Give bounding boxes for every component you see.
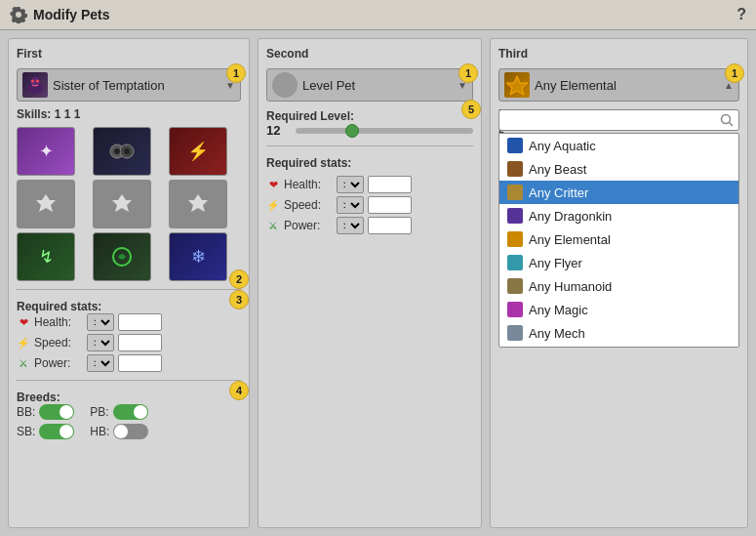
second-panel: Second Level Pet ▼ 1 Required Level: 12 … [258,38,482,528]
hb-breed: HB: [90,424,148,439]
svg-point-10 [722,115,731,124]
dropdown-item-elemental[interactable]: Any Elemental [499,227,738,251]
health-value[interactable] [118,313,162,331]
skill-4-icon [32,190,60,218]
title-bar-left: Modify Pets [10,6,110,23]
dropdown-item-dragonkin[interactable]: Any Dragonkin [499,204,738,227]
pb-breed: PB: [90,404,147,420]
search-box [498,109,739,131]
power-icon: ⚔ [17,356,30,370]
skill-slot-9[interactable]: ❄ [169,232,227,281]
dropdown-item-critter[interactable]: Any Critter [499,181,738,204]
second-pet-selector[interactable]: Level Pet ▼ 1 [266,68,473,102]
second-speed-comparator[interactable]: ><= [337,196,364,214]
skill-slot-8[interactable] [93,232,151,281]
svg-line-11 [730,123,734,127]
hb-toggle[interactable] [113,424,148,439]
second-pet-badge: 1 [458,63,478,83]
pb-label: PB: [90,405,108,419]
hb-label: HB: [90,425,109,438]
speed-label: Speed: [34,336,83,350]
skill-slot-3[interactable]: ⚡ [169,127,227,176]
second-speed-icon: ⚡ [266,198,280,212]
health-stat-row: ❤ Health: ><= [17,313,241,331]
gear-icon [10,6,27,23]
first-pet-selector[interactable]: Sister of Temptation ▼ 1 [17,68,241,102]
speed-comparator[interactable]: ><= [87,334,114,351]
skill-slot-5[interactable] [93,180,151,228]
skill-slot-4[interactable] [17,180,75,228]
second-speed-value[interactable] [368,196,412,214]
third-panel: Third Any Elemental ▲ 1 Re 5 Re [490,38,748,528]
second-power-value[interactable] [368,217,412,234]
dropdown-item-beast[interactable]: Any Beast [499,157,738,181]
beast-label: Any Beast [529,162,586,177]
pb-toggle[interactable] [113,404,148,420]
slider-row: 12 [266,123,473,138]
speed-value[interactable] [118,334,162,351]
svg-point-6 [114,148,120,154]
power-stat-row: ⚔ Power: ><= [17,354,241,372]
level-slider-track[interactable] [296,128,473,134]
second-health-comparator[interactable]: ><= [337,176,364,193]
bb-breed: BB: [17,404,74,420]
skill-5-icon [108,190,136,218]
skill-slot-1[interactable]: ✦ [17,127,75,176]
dropdown-item-aquatic[interactable]: Any Aquatic [499,134,738,157]
dropdown-item-flyer[interactable]: Any Flyer [499,251,738,274]
required-level-wrapper: Required Level: 12 5 [266,107,473,138]
third-panel-label: Third [498,47,739,61]
breeds-badge: 4 [229,381,249,400]
dropdown-item-magic[interactable]: Any Magic [499,298,738,321]
breeds-section: BB: PB: SB: HB: [17,404,241,439]
second-health-value[interactable] [368,176,412,193]
sb-breed: SB: [17,424,74,439]
skill-slot-6[interactable] [169,180,227,228]
power-label: Power: [34,356,83,370]
first-required-stats: ❤ Health: ><= ⚡ Speed: ><= ⚔ Power: ><= [17,313,241,372]
skill-2-icon [107,140,137,163]
third-pet-icon [504,72,530,98]
sb-toggle[interactable] [39,424,74,439]
help-button[interactable]: ? [736,6,746,23]
skill-6-icon [184,190,212,218]
level-slider-container: 12 [266,123,473,138]
second-panel-label: Second [266,47,473,61]
search-icon [720,113,734,127]
aquatic-label: Any Aquatic [529,139,596,153]
dropdown-item-humanoid[interactable]: Any Humanoid [499,274,738,298]
bb-toggle[interactable] [39,404,74,420]
first-required-stats-label: Required stats: [17,300,241,313]
skills-label: Skills: 1 1 1 [17,107,241,121]
second-divider [266,145,473,146]
health-label: Health: [34,315,83,329]
first-pet-badge: 1 [226,63,246,83]
title-bar: Modify Pets ? [0,0,756,30]
skill-slot-2[interactable] [93,127,151,176]
dropdown-item-mech[interactable]: Any Mech [499,321,738,345]
third-pet-name: Any Elemental [535,78,719,93]
bb-label: BB: [17,405,35,419]
sb-label: SB: [17,425,35,438]
health-comparator[interactable]: ><= [87,313,114,331]
dropdown-item-undead[interactable]: Any Undead [499,345,738,348]
second-health-row: ❤ Health: ><= [266,176,473,193]
power-value[interactable] [118,354,162,372]
power-comparator[interactable]: ><= [87,354,114,372]
magic-label: Any Magic [529,303,588,317]
second-power-row: ⚔ Power: ><= [266,217,473,234]
level-value: 12 [266,123,288,138]
first-required-stats-wrapper: Required stats: ❤ Health: ><= ⚡ Speed: >… [17,298,241,372]
svg-point-7 [124,148,130,154]
skill-slot-7[interactable]: ↯ [17,232,75,281]
breeds-row-1: BB: PB: [17,404,241,420]
third-pet-selector[interactable]: Any Elemental ▲ 1 [498,68,739,102]
critter-label: Any Critter [529,186,588,200]
level-badge: 5 [461,100,481,119]
required-level-label: Required Level: [266,109,473,123]
level-slider-thumb[interactable] [345,124,359,138]
search-input[interactable] [504,113,716,127]
second-required-stats: ❤ Health: ><= ⚡ Speed: ><= ⚔ Power: ><= [266,176,473,234]
second-power-comparator[interactable]: ><= [337,217,364,234]
skills-grid: ✦ ⚡ [17,127,241,281]
